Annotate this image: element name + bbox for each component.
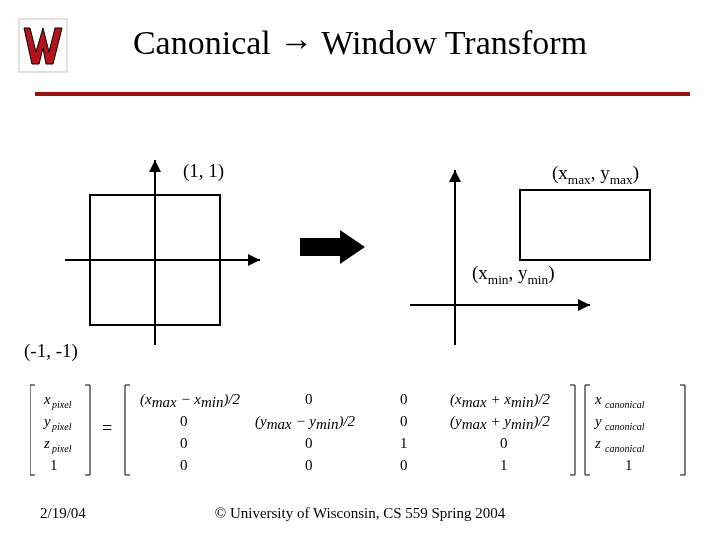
svg-text:0: 0 <box>180 413 188 429</box>
svg-text:0: 0 <box>400 413 408 429</box>
svg-text:0: 0 <box>305 435 313 451</box>
svg-text:(ymax + ymin)/2: (ymax + ymin)/2 <box>450 413 551 432</box>
label-xmax-ymax: (xmax, ymax) <box>552 162 639 188</box>
svg-text:0: 0 <box>305 391 313 407</box>
svg-text:canonical: canonical <box>605 443 645 454</box>
label-minus-one: (-1, -1) <box>24 340 78 362</box>
slide-title: Canonical → Window Transform <box>0 24 720 62</box>
svg-text:=: = <box>102 418 112 438</box>
matrix-equation: x pixel y pixel z pixel 1 = (xmax − xmin… <box>30 380 690 480</box>
svg-text:z: z <box>594 435 601 451</box>
footer-copyright: © University of Wisconsin, CS 559 Spring… <box>0 505 720 522</box>
svg-text:0: 0 <box>305 457 313 473</box>
svg-text:0: 0 <box>180 435 188 451</box>
svg-text:1: 1 <box>625 457 633 473</box>
svg-text:z: z <box>43 435 50 451</box>
label-xmin-ymin: (xmin, ymin) <box>472 262 555 288</box>
svg-text:(xmax − xmin)/2: (xmax − xmin)/2 <box>140 391 241 410</box>
svg-text:y: y <box>42 413 51 429</box>
svg-text:canonical: canonical <box>605 421 645 432</box>
svg-text:x: x <box>594 391 602 407</box>
svg-text:0: 0 <box>400 457 408 473</box>
svg-text:1: 1 <box>500 457 508 473</box>
svg-text:canonical: canonical <box>605 399 645 410</box>
svg-text:(ymax − ymin)/2: (ymax − ymin)/2 <box>255 413 356 432</box>
svg-text:pixel: pixel <box>51 399 72 410</box>
svg-text:0: 0 <box>180 457 188 473</box>
svg-text:pixel: pixel <box>51 443 72 454</box>
svg-text:1: 1 <box>50 457 58 473</box>
svg-text:0: 0 <box>500 435 508 451</box>
svg-marker-4 <box>300 230 365 264</box>
title-underline <box>35 92 690 96</box>
svg-text:x: x <box>43 391 51 407</box>
svg-text:y: y <box>593 413 602 429</box>
svg-text:pixel: pixel <box>51 421 72 432</box>
svg-text:(xmax + xmin)/2: (xmax + xmin)/2 <box>450 391 551 410</box>
svg-rect-7 <box>520 190 650 260</box>
svg-text:1: 1 <box>400 435 408 451</box>
diagram-area: (1, 1) (-1, -1) (xmax, ymax) (xmin, ymin… <box>0 130 720 370</box>
label-one-one: (1, 1) <box>183 160 224 182</box>
svg-text:0: 0 <box>400 391 408 407</box>
